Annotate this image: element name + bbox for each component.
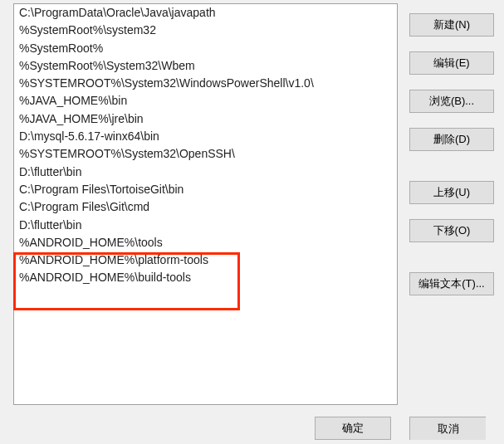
move-down-button[interactable]: 下移(O)	[409, 219, 494, 242]
move-up-button[interactable]: 上移(U)	[409, 181, 494, 204]
list-item[interactable]: %JAVA_HOME%\bin	[14, 92, 397, 110]
list-item[interactable]: D:\mysql-5.6.17-winx64\bin	[14, 128, 397, 145]
list-item[interactable]: %SystemRoot%\system32	[14, 22, 397, 39]
list-item[interactable]: C:\Program Files\Git\cmd	[14, 198, 397, 216]
list-item[interactable]: %ANDROID_HOME%\tools	[14, 234, 397, 251]
delete-button[interactable]: 删除(D)	[409, 128, 494, 151]
list-item[interactable]: %SYSTEMROOT%\System32\WindowsPowerShell\…	[14, 75, 397, 92]
list-item[interactable]: %ANDROID_HOME%\platform-tools	[14, 251, 397, 269]
ok-button[interactable]: 确定	[315, 417, 391, 440]
cancel-button[interactable]: 取消	[409, 417, 486, 440]
list-item[interactable]: C:\Program Files\TortoiseGit\bin	[14, 181, 397, 198]
list-item[interactable]: %SystemRoot%	[14, 40, 397, 57]
edit-text-button[interactable]: 编辑文本(T)...	[409, 272, 494, 295]
new-button[interactable]: 新建(N)	[409, 13, 494, 37]
list-item[interactable]: %JAVA_HOME%\jre\bin	[14, 110, 397, 128]
list-item[interactable]: C:\ProgramData\Oracle\Java\javapath	[14, 4, 397, 22]
side-buttons: 新建(N) 编辑(E) 浏览(B)... 删除(D) 上移(U) 下移(O) 编…	[409, 0, 494, 407]
list-item[interactable]: D:\flutter\bin	[14, 163, 397, 181]
dialog-footer: 确定 取消	[315, 410, 504, 444]
list-item[interactable]: %SYSTEMROOT%\System32\OpenSSH\	[14, 145, 397, 163]
path-listbox[interactable]: C:\ProgramData\Oracle\Java\javapath%Syst…	[13, 3, 398, 405]
list-item[interactable]: D:\flutter\bin	[14, 217, 397, 234]
edit-button[interactable]: 编辑(E)	[409, 51, 494, 75]
list-item[interactable]: %ANDROID_HOME%\build-tools	[14, 269, 397, 286]
list-item[interactable]: %SystemRoot%\System32\Wbem	[14, 57, 397, 75]
browse-button[interactable]: 浏览(B)...	[409, 90, 494, 113]
